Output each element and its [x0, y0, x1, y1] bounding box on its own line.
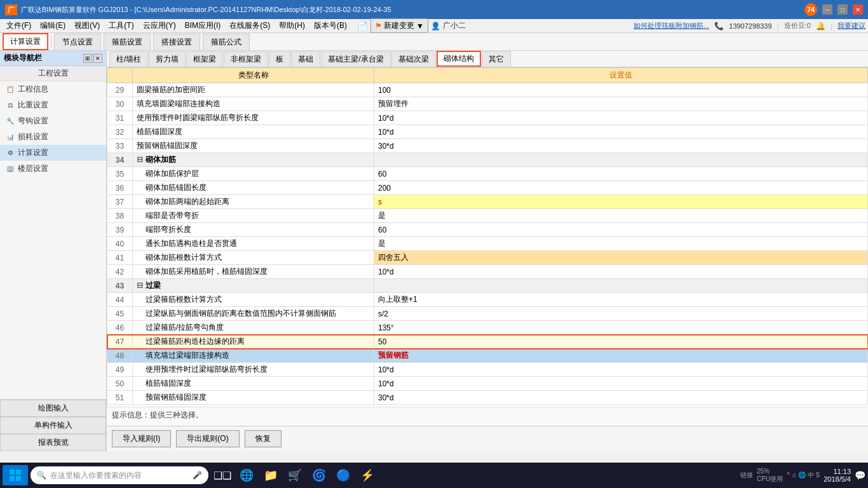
svg-rect-3: [16, 476, 21, 481]
maximize-button[interactable]: □: [837, 4, 848, 15]
table-row-highlighted-47: 47 过梁箍筋距构造柱边缘的距离 50: [107, 335, 868, 349]
taskbar-right: 链接 25% CPU使用 ^ ♫ 🌐 中 S 11:13 2018/5/4 💬: [740, 468, 865, 484]
ie-icon: 🌐: [240, 468, 254, 482]
nav-report-preview[interactable]: 报表预览: [0, 434, 106, 451]
tab-calc-settings[interactable]: 计算设置: [3, 33, 48, 50]
new-change-button[interactable]: ⚑ 新建变更 ▼: [370, 18, 428, 33]
sidebar-item-project-info[interactable]: 📋 工程信息: [0, 81, 106, 97]
row-value-46[interactable]: 135°: [374, 321, 868, 335]
menu-online[interactable]: 在线服务(S): [226, 19, 274, 32]
row-num-35: 35: [107, 167, 133, 181]
sidebar-item-bend[interactable]: 🔧 弯钩设置: [0, 113, 106, 129]
taskbar-file-explorer[interactable]: 📁: [259, 465, 282, 485]
row-value-31[interactable]: 10*d: [374, 111, 868, 125]
row-value-38[interactable]: 是: [374, 209, 868, 223]
sidebar-section-title: 工程设置: [0, 66, 106, 81]
export-rules-button[interactable]: 导出规则(O): [176, 430, 239, 447]
content-area: 柱/墙柱 剪力墙 框架梁 非框架梁 板 基础 基础主梁/承台梁 基础次梁 砌体结…: [107, 51, 868, 451]
tab-frame-beam[interactable]: 框架梁: [186, 51, 223, 67]
menu-cloud[interactable]: 云应用(Y): [139, 19, 180, 32]
row-value-36[interactable]: 200: [374, 181, 868, 195]
sidebar-label-project-info: 工程信息: [18, 84, 48, 95]
tab-masonry[interactable]: 砌体结构: [437, 51, 481, 67]
nav-component-input[interactable]: 单构件输入: [0, 417, 106, 434]
info-bar: 提示信息：提供三种选择。: [107, 407, 868, 426]
sidebar-item-loss[interactable]: 📊 损耗设置: [0, 129, 106, 145]
sidebar-pin-button[interactable]: ⊞: [83, 54, 92, 63]
microphone-icon[interactable]: 🎤: [193, 471, 202, 480]
table-row: 35 砌体加筋保护层 60: [107, 167, 868, 181]
menu-bim[interactable]: BIM应用(I): [181, 19, 225, 32]
row-num-40: 40: [107, 237, 133, 251]
start-button[interactable]: [3, 465, 28, 485]
menu-bar: 文件(F) 编辑(E) 视图(V) 工具(T) 云应用(Y) BIM应用(I) …: [0, 19, 868, 33]
loss-icon: 📊: [5, 132, 15, 142]
row-value-39[interactable]: 60: [374, 223, 868, 237]
tab-node-settings[interactable]: 节点设置: [54, 34, 101, 50]
row-value-33[interactable]: 30*d: [374, 139, 868, 153]
tab-shear-wall[interactable]: 剪力墙: [149, 51, 186, 67]
row-value-44[interactable]: 向上取整+1: [374, 293, 868, 307]
taskbar-app2[interactable]: 🔵: [332, 465, 355, 485]
menu-help[interactable]: 帮助(H): [275, 19, 309, 32]
row-value-49[interactable]: 10*d: [374, 363, 868, 377]
row-name-49: 使用预埋件时过梁端部纵筋弯折长度: [133, 363, 374, 377]
taskbar-app3[interactable]: ⚡: [356, 465, 379, 485]
row-num-34: 34: [107, 153, 133, 167]
notification-center-icon[interactable]: 💬: [855, 470, 865, 480]
menu-view[interactable]: 视图(V): [71, 19, 104, 32]
row-value-42[interactable]: 10*d: [374, 265, 868, 279]
tab-non-frame-beam[interactable]: 非框架梁: [224, 51, 268, 67]
taskbar-search-bar[interactable]: 🔍 在这里输入你要搜索的内容 🎤: [31, 466, 208, 484]
tab-overlap-settings[interactable]: 搭接设置: [153, 34, 200, 50]
tab-col-wall[interactable]: 柱/墙柱: [109, 51, 148, 67]
menu-version[interactable]: 版本号(B): [310, 19, 351, 32]
tab-foundation[interactable]: 基础: [291, 51, 320, 67]
row-value-48[interactable]: 预留钢筋: [374, 349, 868, 363]
toolbar-right: 如何处理筏板附加钢筋... 📞 13907298339 | 造价豆:0 🔔 | …: [634, 21, 865, 30]
taskbar-task-view[interactable]: ❑❑: [211, 465, 234, 485]
sidebar-label-bend: 弯钩设置: [18, 116, 48, 126]
taskbar-app1[interactable]: 🌀: [308, 465, 330, 485]
taskbar-store[interactable]: 🛒: [283, 465, 306, 485]
close-button[interactable]: ✕: [853, 4, 863, 15]
suggestion-link[interactable]: 我要建议: [837, 21, 865, 30]
menu-edit[interactable]: 编辑(E): [36, 19, 69, 32]
col-type-header: 类型名称: [133, 68, 374, 83]
nav-draw-input[interactable]: 绘图输入: [0, 400, 106, 417]
phone-number: 13907298339: [729, 22, 771, 30]
tab-main-beam[interactable]: 基础主梁/承台梁: [321, 51, 390, 67]
row-name-32: 植筋锚固深度: [133, 125, 374, 139]
row-value-50[interactable]: 10*d: [374, 377, 868, 391]
minimize-button[interactable]: ─: [822, 4, 832, 15]
tab-stirrup-formula[interactable]: 箍筋公式: [203, 34, 250, 50]
menu-tools[interactable]: 工具(T): [105, 19, 137, 32]
sidebar-label-ratio: 比重设置: [18, 100, 48, 111]
restore-button[interactable]: 恢复: [245, 430, 281, 447]
doc-icon[interactable]: 📄: [357, 21, 368, 31]
row-value-47[interactable]: 50: [374, 335, 868, 349]
row-value-29[interactable]: 100: [374, 83, 868, 97]
help-link[interactable]: 如何处理筏板附加钢筋...: [634, 21, 709, 30]
tab-secondary-beam[interactable]: 基础次梁: [391, 51, 436, 67]
user-icon: 👤: [431, 22, 440, 30]
row-value-40[interactable]: 是: [374, 237, 868, 251]
row-value-45[interactable]: s/2: [374, 307, 868, 321]
row-value-30[interactable]: 预留埋件: [374, 97, 868, 111]
row-value-37[interactable]: s: [374, 195, 868, 209]
sidebar-item-calc[interactable]: ⚙ 计算设置: [0, 145, 106, 161]
row-value-41[interactable]: 四舍五入: [374, 251, 868, 265]
table-container[interactable]: 类型名称 设置值 29 圆梁箍筋的加密间距 100 30 填充墙圆梁端部连接构造…: [107, 67, 868, 407]
tab-other[interactable]: 其它: [482, 51, 511, 67]
import-rules-button[interactable]: 导入规则(I): [112, 430, 171, 447]
menu-file[interactable]: 文件(F): [3, 19, 35, 32]
tab-slab[interactable]: 板: [269, 51, 290, 67]
row-value-32[interactable]: 10*d: [374, 125, 868, 139]
row-value-35[interactable]: 60: [374, 167, 868, 181]
sidebar-item-ratio[interactable]: ⚖ 比重设置: [0, 97, 106, 113]
taskbar-ie-icon[interactable]: 🌐: [235, 465, 258, 485]
sidebar-item-floor[interactable]: 🏢 楼层设置: [0, 161, 106, 177]
sidebar-close-button[interactable]: ✕: [93, 54, 102, 63]
tab-stirrup-settings[interactable]: 箍筋设置: [104, 34, 151, 50]
row-value-51[interactable]: 30*d: [374, 391, 868, 405]
